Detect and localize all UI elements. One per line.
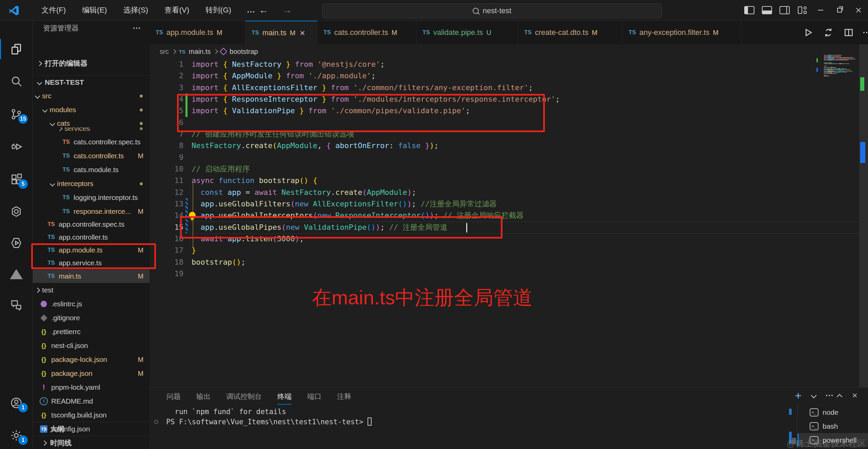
code-line[interactable]: 17} xyxy=(150,245,868,257)
breadcrumb-file[interactable]: main.ts xyxy=(189,48,211,56)
sidebar-item-README.md[interactable]: iREADME.md xyxy=(33,394,150,408)
tab-cats.controller.ts[interactable]: TScats.controller.tsM xyxy=(317,21,416,44)
nav-back-icon[interactable]: ← xyxy=(253,5,274,16)
open-editors-section[interactable]: 打开的编辑器 xyxy=(33,57,150,70)
toggle-sidebar-icon[interactable] xyxy=(744,6,754,14)
tab-main.ts[interactable]: TSmain.tsM xyxy=(245,21,317,44)
source-control-icon[interactable]: 15 xyxy=(0,102,33,126)
restore-button[interactable] xyxy=(830,0,849,20)
explorer-icon[interactable] xyxy=(0,37,33,61)
sidebar-item-cats.module.ts[interactable]: TScats.module.ts xyxy=(33,163,150,177)
comments-icon[interactable] xyxy=(0,293,33,318)
sidebar-item-app.controller.spec.ts[interactable]: TSapp.controller.spec.ts xyxy=(33,218,150,231)
code-line[interactable]: 12 const app = await NestFactory.create(… xyxy=(150,187,868,199)
settings-gear-icon[interactable]: 1 xyxy=(0,423,33,448)
panel-tab-端口[interactable]: 端口 xyxy=(307,390,321,403)
sidebar-item-cats.controller.ts[interactable]: TScats.controller.tsM xyxy=(33,149,150,163)
sidebar-item-tsconfig.build.json[interactable]: {}tsconfig.build.json xyxy=(33,408,150,422)
code-line[interactable]: 8NestFactory.create(AppModule, { abortOn… xyxy=(150,140,868,152)
sidebar-item-nest-cli.json[interactable]: {}nest-cli.json xyxy=(33,339,150,352)
close-icon[interactable] xyxy=(300,30,305,35)
sidebar-folder-services[interactable]: services xyxy=(33,127,150,135)
terminal-dropdown-icon[interactable] xyxy=(811,393,817,399)
breadcrumb-symbol[interactable]: bootstrap xyxy=(230,48,258,56)
outline-section[interactable]: 大纲 xyxy=(33,422,150,436)
sidebar-item-logging.interceptor.ts[interactable]: TSlogging.interceptor.ts xyxy=(33,191,150,204)
tab-any-exception.filter.ts[interactable]: TSany-exception.filter.tsM xyxy=(623,21,741,44)
search-view-icon[interactable] xyxy=(0,69,33,94)
tab-create-cat.dto.ts[interactable]: TScreate-cat.dto.tsM xyxy=(518,21,623,44)
panel-tab-终端[interactable]: 终端 xyxy=(277,390,292,403)
json-icon: {} xyxy=(39,341,48,350)
breadcrumb-folder[interactable]: src xyxy=(160,48,169,56)
hexagon-play-extension-icon[interactable] xyxy=(0,231,33,255)
customize-layout-icon[interactable] xyxy=(797,6,807,15)
accounts-icon[interactable]: 1 xyxy=(0,391,33,415)
more-actions-icon[interactable] xyxy=(863,32,865,33)
sidebar-item-main.ts[interactable]: TSmain.tsM xyxy=(33,269,150,283)
command-center-search[interactable]: nest-test xyxy=(322,3,662,18)
code-line[interactable]: 3import { AllExceptionsFilter } from './… xyxy=(150,82,868,94)
sidebar-folder-modules[interactable]: modules xyxy=(33,103,150,117)
tab-validate.pipe.ts[interactable]: TSvalidate.pipe.tsU xyxy=(416,21,518,44)
overview-ruler[interactable] xyxy=(859,44,868,387)
terminal-item-node[interactable]: >_node xyxy=(797,405,868,419)
menu-item[interactable]: 转到(G) xyxy=(198,3,239,17)
sidebar-folder-interceptors[interactable]: interceptors xyxy=(33,177,150,190)
sidebar-item-response.interce...[interactable]: TSresponse.interce...M xyxy=(33,205,150,218)
run-button[interactable] xyxy=(802,27,814,38)
project-root[interactable]: NEST-TEST xyxy=(33,75,150,89)
extensions-icon[interactable]: 5 xyxy=(0,167,33,191)
sidebar-item-package.json[interactable]: {}package.jsonM xyxy=(33,367,150,380)
terminal-item-bash[interactable]: >_bash xyxy=(797,419,868,433)
menu-item[interactable]: 编辑(E) xyxy=(75,3,114,17)
code-line[interactable]: 10// 启动应用程序 xyxy=(150,163,868,175)
sidebar-more-icon[interactable] xyxy=(133,27,135,29)
sidebar-item-.gitignore[interactable]: .gitignore xyxy=(33,311,150,325)
panel-tab-注释[interactable]: 注释 xyxy=(337,390,351,403)
terminal-output[interactable]: run `npm fund` for detailsPS F:\software… xyxy=(150,407,794,427)
terminal-icon: >_ xyxy=(810,422,818,430)
new-terminal-icon[interactable]: + xyxy=(795,390,802,401)
sidebar-item-app.controller.ts[interactable]: TSapp.controller.ts xyxy=(33,230,150,244)
toggle-secondary-sidebar-icon[interactable] xyxy=(780,6,790,14)
timeline-section[interactable]: 时间线 xyxy=(33,436,150,449)
tab-app.module.ts[interactable]: TSapp.module.tsM xyxy=(150,21,245,44)
sidebar-item-.prettierrc[interactable]: {}.prettierrc xyxy=(33,325,150,339)
close-button[interactable] xyxy=(849,0,868,20)
code-line[interactable]: 1import { NestFactory } from '@nestjs/co… xyxy=(150,59,868,70)
panel-tab-输出[interactable]: 输出 xyxy=(196,390,211,403)
menu-item[interactable]: 选择(S) xyxy=(116,3,155,17)
sidebar-item-pnpm-lock.yaml[interactable]: !pnpm-lock.yaml xyxy=(33,381,150,394)
code-line[interactable]: 13 app.useGlobalFilters(new AllException… xyxy=(150,198,868,210)
menu-item[interactable]: 文件(F) xyxy=(34,3,73,17)
sidebar-item-package-lock.json[interactable]: {}package-lock.jsonM xyxy=(33,353,150,366)
breadcrumb[interactable]: src TS main.ts bootstrap xyxy=(150,44,868,59)
sidebar-folder-test[interactable]: test xyxy=(33,283,150,297)
split-editor-icon[interactable] xyxy=(843,27,854,38)
terminal-prompt[interactable]: PS F:\software\Vue_Items\nest\test1\nest… xyxy=(150,417,794,427)
panel-more-icon[interactable] xyxy=(826,395,827,396)
code-line[interactable]: 11async function bootstrap() { xyxy=(150,175,868,187)
minimap[interactable] xyxy=(816,54,858,81)
code-line[interactable]: 19 xyxy=(150,268,868,280)
sidebar-item-.eslintrc.js[interactable]: .eslintrc.js xyxy=(33,297,150,311)
nav-forward-icon[interactable]: → xyxy=(276,5,298,16)
minimap-line xyxy=(824,72,825,73)
triangle-extension-icon[interactable] xyxy=(0,262,33,286)
close-panel-icon[interactable] xyxy=(852,393,857,398)
maximize-panel-icon[interactable] xyxy=(837,394,843,400)
sidebar-item-cats.controller.spec.ts[interactable]: TScats.controller.spec.ts xyxy=(33,135,150,149)
code-line[interactable]: 9 xyxy=(150,152,868,164)
toggle-panel-icon[interactable] xyxy=(762,6,772,14)
menu-item[interactable]: 查看(V) xyxy=(157,3,197,17)
panel-tab-问题[interactable]: 问题 xyxy=(166,390,181,403)
run-debug-icon[interactable] xyxy=(0,135,33,159)
openai-extension-icon[interactable] xyxy=(0,200,33,224)
code-line[interactable]: 18bootstrap(); xyxy=(150,257,868,268)
code-line[interactable]: 2import { AppModule } from './app.module… xyxy=(150,70,868,82)
minimize-button[interactable] xyxy=(811,0,830,20)
sync-icon[interactable] xyxy=(823,27,834,38)
panel-tab-调试控制台[interactable]: 调试控制台 xyxy=(226,390,262,403)
sidebar-folder-src[interactable]: src xyxy=(33,89,150,103)
